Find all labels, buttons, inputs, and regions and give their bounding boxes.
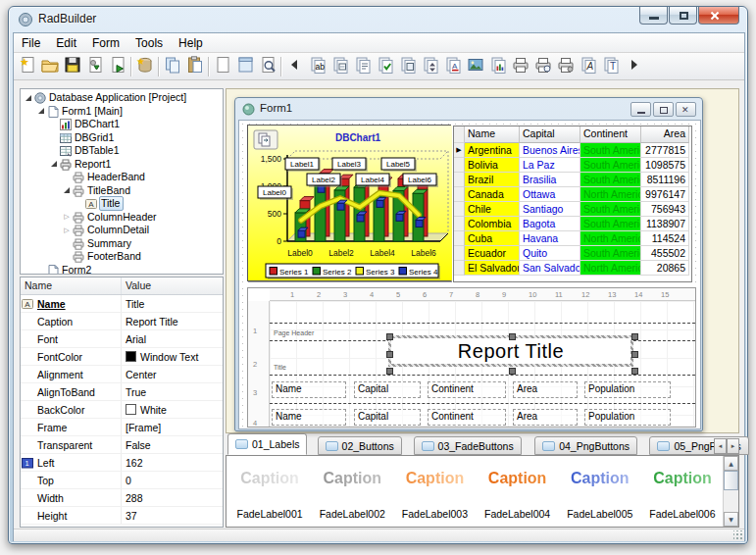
toolbar-print-preview-component-button[interactable] bbox=[531, 55, 554, 78]
toolbar-preview-button[interactable] bbox=[256, 55, 278, 78]
tree-item-summary[interactable]: Summary bbox=[21, 237, 223, 251]
selection-handle[interactable] bbox=[509, 333, 516, 340]
grid-cell[interactable]: 2777815 bbox=[641, 143, 689, 158]
grid-cell[interactable]: Argentina bbox=[465, 143, 520, 158]
tree-item-columnheader[interactable]: ▷ColumnHeader bbox=[21, 211, 223, 225]
property-row-frame[interactable]: Frame[Frame] bbox=[21, 419, 223, 436]
palette-item-fadelabel003[interactable]: CaptionFadeLabel003 bbox=[393, 456, 476, 527]
grid-cell[interactable]: Bolivia bbox=[465, 158, 520, 173]
tab-04_pngbuttons[interactable]: 04_PngButtons bbox=[534, 436, 637, 455]
menu-item-tools[interactable]: Tools bbox=[127, 34, 171, 52]
column-detail-cell-name[interactable]: Name bbox=[272, 409, 346, 426]
tree-item-dbgrid1[interactable]: DBGrid1 bbox=[21, 131, 223, 145]
column-header-cell-name[interactable]: Name bbox=[272, 381, 346, 398]
grid-cell[interactable]: 20865 bbox=[641, 261, 689, 276]
toolbar-memo-component-button[interactable] bbox=[351, 55, 374, 78]
tree-item-footerband[interactable]: FooterBand bbox=[21, 250, 223, 264]
property-row-width[interactable]: Width288 bbox=[21, 489, 223, 507]
minimize-button[interactable] bbox=[639, 7, 668, 25]
maximize-button[interactable] bbox=[669, 7, 697, 25]
grid-cell[interactable]: Brazil bbox=[465, 173, 520, 187]
selection-handle[interactable] bbox=[386, 333, 393, 340]
form1-title-bar[interactable]: Form1 ✕ bbox=[235, 98, 702, 120]
expander-icon[interactable]: ▷ bbox=[62, 227, 72, 234]
tab-scroll-left-button[interactable]: ◂ bbox=[714, 438, 727, 454]
menu-item-file[interactable]: File bbox=[14, 34, 48, 52]
selection-handle[interactable] bbox=[631, 368, 638, 375]
grid-cell[interactable]: South America bbox=[580, 202, 641, 217]
grid-cell[interactable]: South America bbox=[580, 246, 641, 261]
grid-cell[interactable]: San Salvador bbox=[520, 261, 580, 276]
toolbar-palette-scroll-right-button[interactable] bbox=[622, 55, 644, 78]
grid-cell[interactable]: South America bbox=[580, 217, 641, 231]
toolbar-new-form-button[interactable] bbox=[211, 55, 233, 78]
tab-scroll-right-button[interactable]: ▸ bbox=[727, 438, 739, 454]
tree-item-report1[interactable]: Report1 bbox=[21, 158, 223, 172]
title-bar[interactable]: RadBuilder bbox=[9, 7, 747, 32]
column-detail-cell-area[interactable]: Area bbox=[513, 409, 578, 426]
toolbar-install-app-button[interactable] bbox=[83, 55, 106, 78]
tree-item-form1-main-[interactable]: Form1 [Main] bbox=[21, 105, 223, 119]
resize-grip[interactable] bbox=[733, 530, 743, 540]
toolbar-font-component-button[interactable]: A bbox=[577, 55, 599, 78]
property-row-caption[interactable]: CaptionReport Title bbox=[21, 313, 223, 330]
column-header-cell-continent[interactable]: Continent bbox=[428, 381, 506, 398]
property-value-cell[interactable]: True bbox=[122, 383, 223, 400]
grid-cell[interactable]: Bagota bbox=[520, 217, 580, 231]
grid-cell[interactable]: Brasilia bbox=[520, 173, 580, 187]
column-detail-cell-continent[interactable]: Continent bbox=[428, 409, 506, 426]
selection-handle[interactable] bbox=[631, 351, 638, 358]
column-header-cell-population[interactable]: Population bbox=[584, 381, 671, 398]
toolbar-checkbox-component-button[interactable] bbox=[374, 55, 396, 78]
column-header-cell-capital[interactable]: Capital bbox=[354, 381, 421, 398]
grid-cell[interactable]: South America bbox=[580, 143, 641, 158]
expander-icon[interactable] bbox=[36, 108, 46, 114]
property-row-alignment[interactable]: AlignmentCenter bbox=[21, 366, 223, 383]
grid-cell[interactable]: 1098575 bbox=[641, 158, 689, 173]
grid-row[interactable]: CubaHavanaNorth America114524 bbox=[454, 231, 691, 246]
scrollbar-thumb[interactable] bbox=[724, 471, 738, 490]
property-row-aligntoband[interactable]: AlignToBandTrue bbox=[21, 383, 223, 401]
column-detail-cell-population[interactable]: Population bbox=[584, 409, 671, 426]
grid-row[interactable]: ColombiaBagotaSouth America1138907 bbox=[454, 217, 691, 231]
column-header-cell-area[interactable]: Area bbox=[513, 381, 578, 398]
grid-column-header-area[interactable]: Area bbox=[641, 126, 689, 143]
palette-item-fadelabel005[interactable]: CaptionFadeLabel005 bbox=[559, 456, 641, 527]
grid-cell[interactable]: 114524 bbox=[641, 231, 689, 246]
tree-item-dbchart1[interactable]: DBChart1 bbox=[21, 118, 223, 131]
property-value-cell[interactable]: Center bbox=[122, 366, 223, 382]
tab-01_labels[interactable]: 01_Labels bbox=[227, 433, 307, 455]
toolbar-edit-component-button[interactable] bbox=[328, 55, 351, 78]
tree-item-headerband[interactable]: HeaderBand bbox=[21, 171, 223, 184]
toolbar-updown-component-button[interactable] bbox=[419, 55, 441, 78]
menu-item-help[interactable]: Help bbox=[171, 34, 211, 52]
grid-cell[interactable]: 455502 bbox=[641, 246, 689, 261]
grid-row[interactable]: CanadaOttawaNorth America9976147 bbox=[454, 187, 691, 202]
scroll-down-button[interactable]: ▼ bbox=[724, 512, 738, 527]
grid-cell[interactable]: 1138907 bbox=[641, 217, 689, 231]
toolbar-open-form-button[interactable] bbox=[233, 55, 256, 78]
toolbar-image-component-button[interactable] bbox=[464, 55, 486, 78]
toolbar-text-component-button[interactable]: T bbox=[599, 55, 622, 78]
toolbar-panel-component-button[interactable] bbox=[396, 55, 419, 78]
dbgrid1[interactable]: NameCapitalContinentArea▶ArgentinaBuenos… bbox=[453, 126, 692, 282]
report1-designer[interactable]: 1234567891011121314151234Page HeaderTitl… bbox=[247, 287, 696, 428]
vertical-scrollbar[interactable]: ▲ ▼ bbox=[723, 456, 738, 527]
selection-handle[interactable] bbox=[386, 368, 393, 375]
grid-row[interactable]: ChileSantiagoSouth America756943 bbox=[454, 202, 691, 217]
property-row-font[interactable]: FontArial bbox=[21, 330, 223, 348]
grid-row[interactable]: El SalvadorSan SalvadorNorth America2086… bbox=[454, 261, 691, 276]
form-designer-surface[interactable]: DBChart105001,0001,500Label0Label1Label2… bbox=[238, 120, 701, 429]
grid-column-header-name[interactable]: Name bbox=[465, 126, 520, 143]
property-row-name[interactable]: ANameTitle bbox=[21, 295, 223, 313]
toolbar-new-database-button[interactable]: ★ bbox=[133, 55, 156, 78]
toolbar-save-project-button[interactable] bbox=[61, 55, 83, 78]
expander-icon[interactable] bbox=[24, 95, 33, 101]
toolbar-palette-scroll-left-button[interactable] bbox=[283, 55, 306, 78]
form1-window[interactable]: Form1 ✕ DBChart105001,0001,500Label0Labe… bbox=[234, 97, 703, 431]
toolbar-chart-component-button[interactable] bbox=[486, 55, 509, 78]
dbchart1-panel[interactable]: DBChart105001,0001,500Label0Label1Label2… bbox=[247, 125, 451, 281]
selection-handle[interactable] bbox=[631, 333, 638, 340]
grid-cell[interactable]: Santiago bbox=[520, 202, 580, 217]
toolbar-new-project-button[interactable]: ★ bbox=[16, 55, 38, 78]
